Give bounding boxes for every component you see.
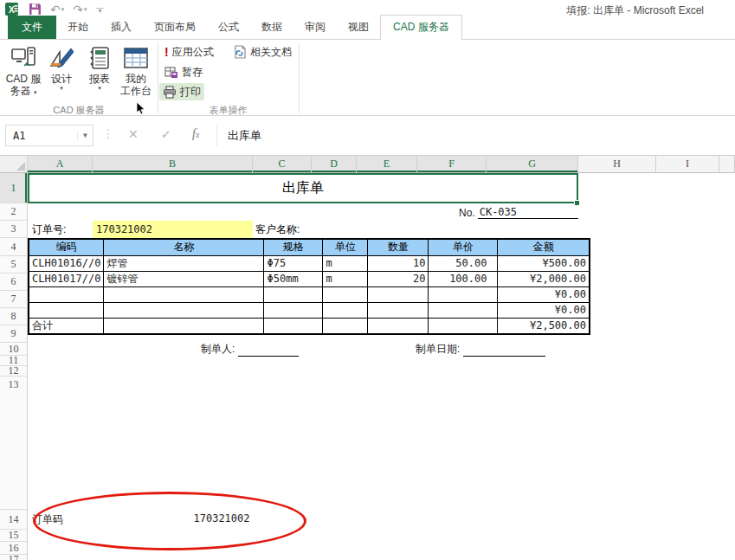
cell[interactable]: 焊管	[104, 255, 264, 271]
cell[interactable]	[264, 318, 323, 334]
cell[interactable]: m	[323, 271, 368, 286]
cell[interactable]	[264, 286, 323, 302]
cell[interactable]	[104, 318, 264, 334]
cell[interactable]	[323, 286, 368, 302]
select-all-corner[interactable]	[0, 156, 28, 173]
cell[interactable]: 100.00	[429, 271, 498, 286]
col-header-a[interactable]: A	[28, 156, 93, 173]
redo-button[interactable]: ↷▾	[73, 3, 87, 16]
cell[interactable]	[29, 286, 104, 302]
tab-cad-server[interactable]: CAD 服务器	[380, 15, 462, 40]
cell[interactable]: Φ50mm	[264, 271, 323, 286]
cell[interactable]: 20	[368, 271, 429, 286]
col-header-h[interactable]: H	[578, 156, 656, 173]
chevron-down-icon: ▾	[60, 85, 63, 92]
row-header-5[interactable]: 5	[0, 256, 28, 274]
enter-icon[interactable]: ✓	[161, 127, 171, 141]
cell[interactable]: CLH01016//0	[29, 255, 104, 271]
col-header-e[interactable]: E	[357, 156, 417, 173]
temp-save-label: 暂存	[182, 65, 203, 80]
name-box-value: A1	[6, 130, 77, 142]
cell[interactable]: ¥2,000.00	[498, 271, 590, 286]
cell[interactable]	[368, 302, 429, 318]
col-header-b[interactable]: B	[93, 156, 253, 173]
design-button[interactable]: 设计 ▾	[44, 43, 79, 111]
cell[interactable]: m	[323, 255, 368, 271]
doc-number-line[interactable]: No. CK-035	[459, 204, 578, 219]
row-header-1[interactable]: 1	[0, 173, 28, 203]
tab-data[interactable]: 数据	[250, 16, 293, 39]
row-header-6[interactable]: 6	[0, 274, 28, 291]
cell[interactable]: ¥0.00	[498, 286, 590, 302]
tab-review[interactable]: 审阅	[293, 16, 337, 39]
save-button[interactable]	[29, 3, 42, 16]
col-header-i[interactable]: I	[656, 156, 719, 173]
cell[interactable]: ¥0.00	[498, 302, 590, 318]
cell[interactable]	[368, 286, 429, 302]
cell[interactable]: CLH01017//0	[29, 271, 104, 286]
col-header-f[interactable]: F	[417, 156, 487, 173]
cad-server-label-1: CAD 服	[6, 73, 42, 85]
formula-input[interactable]: 出库单	[216, 125, 732, 146]
cell[interactable]	[429, 318, 498, 334]
order-no-value: 170321002	[96, 223, 152, 235]
col-header-d[interactable]: D	[312, 156, 357, 173]
tab-formulas[interactable]: 公式	[207, 16, 250, 39]
print-button[interactable]: 打印	[159, 83, 204, 100]
cell[interactable]	[29, 302, 104, 318]
row-header-9[interactable]: 9	[0, 325, 28, 343]
tab-file[interactable]: 文件	[8, 16, 56, 39]
name-box[interactable]: A1 ▼	[5, 125, 93, 146]
report-button[interactable]: 报表 ▾	[82, 43, 117, 111]
cell[interactable]: 镀锌管	[104, 271, 264, 286]
cell[interactable]: 50.00	[429, 255, 498, 271]
cancel-icon[interactable]: ✕	[128, 127, 139, 141]
cell[interactable]	[104, 286, 264, 302]
row-header-4[interactable]: 4	[0, 238, 28, 256]
cell[interactable]	[104, 302, 264, 318]
row-header-12[interactable]: 12	[0, 366, 28, 377]
cell[interactable]: 10	[368, 255, 429, 271]
cell[interactable]: Φ75	[264, 255, 323, 271]
cad-server-button[interactable]: CAD 服 务器 ▾	[6, 43, 41, 111]
undo-button[interactable]: ↶▾	[50, 3, 64, 16]
row-header-3[interactable]: 3	[0, 221, 28, 238]
cell[interactable]	[323, 302, 368, 318]
row-header-15[interactable]: 15	[0, 530, 28, 542]
col-header-g[interactable]: G	[487, 156, 578, 173]
red-ellipse-annotation	[33, 492, 306, 550]
redo-dropdown-icon[interactable]: ▾	[84, 3, 87, 16]
row-header-7[interactable]: 7	[0, 291, 28, 308]
row-header-17[interactable]: 17	[0, 555, 28, 560]
insert-function-icon[interactable]: fx	[192, 127, 199, 141]
cell[interactable]	[429, 286, 498, 302]
cell[interactable]: ¥500.00	[498, 255, 590, 271]
tab-insert[interactable]: 插入	[100, 16, 143, 39]
cell[interactable]	[264, 302, 323, 318]
workbench-label-2: 工作台	[120, 85, 152, 97]
name-box-dropdown-icon[interactable]: ▼	[77, 132, 93, 139]
tab-view[interactable]: 视图	[337, 16, 380, 39]
form-title-cell[interactable]: 出库单	[28, 173, 578, 203]
workbench-label-1: 我的	[126, 73, 146, 85]
apply-formula-button[interactable]: ! 应用公式	[161, 43, 217, 61]
tab-page-layout[interactable]: 页面布局	[143, 16, 207, 39]
cell[interactable]	[368, 318, 429, 334]
customize-qat-button[interactable]: —▾	[96, 6, 104, 13]
total-amount-cell[interactable]: ¥2,500.00	[498, 318, 590, 334]
col-header-c[interactable]: C	[253, 156, 312, 173]
row-header-13[interactable]: 13	[0, 377, 28, 510]
row-header-8[interactable]: 8	[0, 308, 28, 325]
total-label-cell[interactable]: 合计	[29, 318, 104, 334]
workbench-button[interactable]: 我的 工作台	[119, 43, 153, 111]
report-label: 报表	[89, 73, 110, 85]
cell[interactable]	[323, 318, 368, 334]
row-header-14[interactable]: 14	[0, 510, 28, 530]
cell[interactable]	[429, 302, 498, 318]
temp-save-button[interactable]: 暂存	[161, 63, 206, 80]
related-docs-button[interactable]: 相关文档	[230, 43, 295, 61]
order-no-input-cell[interactable]: 170321002	[93, 221, 253, 238]
tab-home[interactable]: 开始	[56, 16, 100, 39]
row-header-2[interactable]: 2	[0, 203, 28, 221]
undo-dropdown-icon[interactable]: ▾	[61, 3, 65, 16]
